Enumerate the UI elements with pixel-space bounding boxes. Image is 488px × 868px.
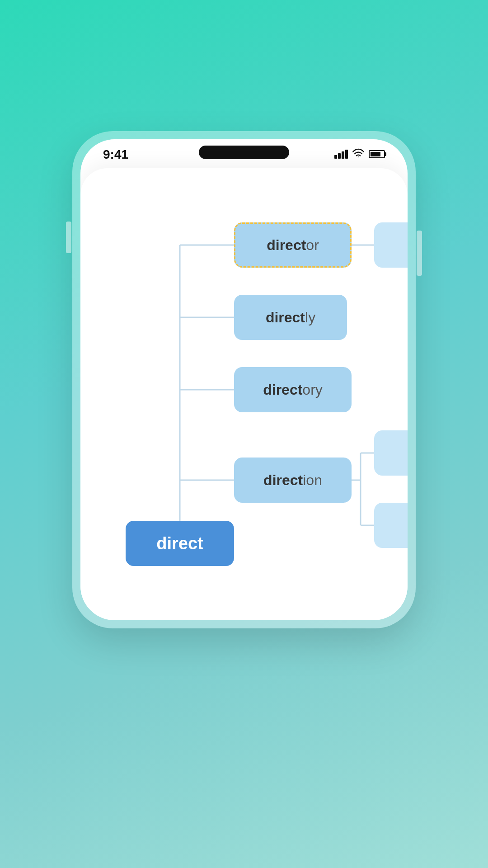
phone-side-button-right xyxy=(417,231,422,276)
node-directory[interactable]: directory xyxy=(234,367,352,412)
battery-icon xyxy=(369,150,385,158)
node-direct-label: direct xyxy=(156,534,203,553)
svg-point-0 xyxy=(357,156,359,157)
node-directory-text: directory xyxy=(263,382,323,398)
node-directionless[interactable]: directionless xyxy=(374,503,408,548)
wifi-icon xyxy=(352,148,364,160)
tree-diagram: direct director directorship xyxy=(108,195,380,602)
node-directional[interactable]: directional xyxy=(374,430,408,476)
status-icons xyxy=(334,148,385,160)
node-direction-text: direction xyxy=(263,472,322,489)
node-director-text: director xyxy=(267,237,319,254)
status-time: 9:41 xyxy=(103,147,128,162)
notch xyxy=(199,146,289,159)
node-direct[interactable]: direct xyxy=(126,521,234,566)
tree-card: direct director directorship xyxy=(80,168,408,620)
node-directorship[interactable]: directorship xyxy=(374,222,408,268)
node-direction[interactable]: direction xyxy=(234,458,352,503)
node-directly-text: directly xyxy=(266,309,315,326)
phone-outer-shell: 9:41 xyxy=(72,131,416,628)
signal-icon xyxy=(334,150,348,159)
phone-mockup: 9:41 xyxy=(72,131,416,628)
phone-side-button-left xyxy=(66,222,71,253)
phone-screen: 9:41 xyxy=(80,139,408,620)
node-directly[interactable]: directly xyxy=(234,295,347,340)
node-director[interactable]: director xyxy=(234,222,352,268)
